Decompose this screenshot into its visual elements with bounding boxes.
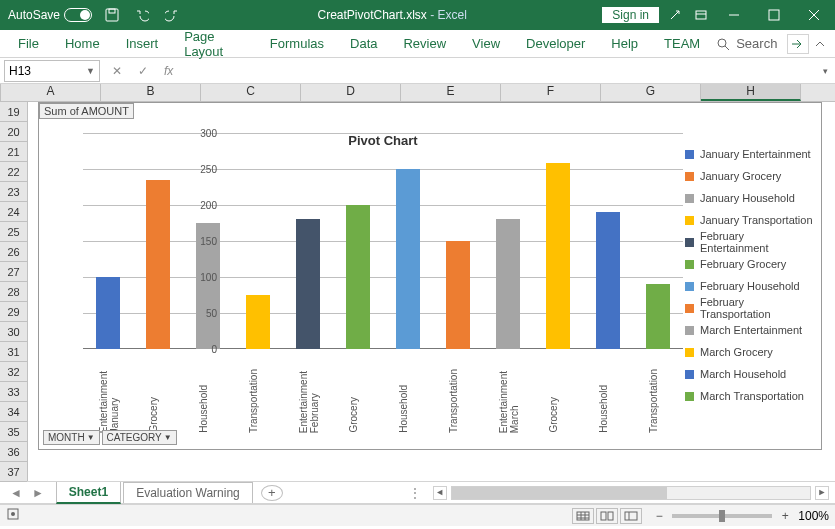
row-header[interactable]: 20 <box>0 122 27 142</box>
legend-item[interactable]: March Grocery <box>685 341 815 363</box>
save-icon[interactable] <box>102 5 122 25</box>
tab-formulas[interactable]: Formulas <box>258 32 336 55</box>
tab-developer[interactable]: Developer <box>514 32 597 55</box>
row-header[interactable]: 25 <box>0 222 27 242</box>
filter-category-button[interactable]: CATEGORY▼ <box>102 430 177 445</box>
autosave-toggle[interactable]: AutoSave <box>8 8 92 22</box>
add-sheet-button[interactable]: + <box>261 485 283 501</box>
minimize-button[interactable] <box>717 0 751 30</box>
coming-soon-icon[interactable] <box>665 5 685 25</box>
row-header[interactable]: 29 <box>0 302 27 322</box>
row-header[interactable]: 35 <box>0 422 27 442</box>
redo-icon[interactable] <box>162 5 182 25</box>
chart-bar[interactable] <box>396 169 420 349</box>
sheet-nav-next-icon[interactable]: ► <box>32 486 44 500</box>
chart-values-badge[interactable]: Sum of AMOUNT <box>39 103 134 119</box>
chart-bar[interactable] <box>496 219 520 349</box>
tab-file[interactable]: File <box>6 32 51 55</box>
close-button[interactable] <box>797 0 831 30</box>
chart-bar[interactable] <box>346 205 370 349</box>
tab-help[interactable]: Help <box>599 32 650 55</box>
chart-bar[interactable] <box>646 284 670 349</box>
column-header[interactable]: F <box>501 84 601 101</box>
column-header[interactable]: E <box>401 84 501 101</box>
legend-item[interactable]: March Transportation <box>685 385 815 407</box>
tab-view[interactable]: View <box>460 32 512 55</box>
column-header[interactable]: I <box>801 84 835 101</box>
zoom-in-button[interactable]: + <box>778 509 792 523</box>
share-button[interactable] <box>787 34 809 54</box>
view-page-break-icon[interactable] <box>620 508 642 524</box>
column-header[interactable]: D <box>301 84 401 101</box>
legend-item[interactable]: January Grocery <box>685 165 815 187</box>
scroll-thumb[interactable] <box>452 487 667 499</box>
column-header[interactable]: H <box>701 84 801 101</box>
chart-bar[interactable] <box>146 180 170 349</box>
record-macro-icon[interactable] <box>6 507 20 524</box>
column-header[interactable]: G <box>601 84 701 101</box>
column-header[interactable]: B <box>101 84 201 101</box>
row-header[interactable]: 22 <box>0 162 27 182</box>
cancel-formula-icon[interactable]: ✕ <box>112 64 122 78</box>
ribbon-display-icon[interactable] <box>691 5 711 25</box>
expand-formula-bar-icon[interactable]: ▾ <box>815 66 835 76</box>
sheet-tab-sheet1[interactable]: Sheet1 <box>56 481 121 504</box>
legend-item[interactable]: March Entertainment <box>685 319 815 341</box>
row-header[interactable]: 31 <box>0 342 27 362</box>
tab-team[interactable]: TEAM <box>652 32 712 55</box>
tab-home[interactable]: Home <box>53 32 112 55</box>
sheet-splitter[interactable]: ⋮ <box>403 486 427 500</box>
row-header[interactable]: 23 <box>0 182 27 202</box>
signin-button[interactable]: Sign in <box>602 7 659 23</box>
tab-review[interactable]: Review <box>391 32 458 55</box>
name-box-input[interactable] <box>9 64 69 78</box>
legend-item[interactable]: February Grocery <box>685 253 815 275</box>
row-header[interactable]: 36 <box>0 442 27 462</box>
chart-bar[interactable] <box>96 277 120 349</box>
collapse-ribbon-icon[interactable] <box>811 34 829 54</box>
search-box[interactable]: Search <box>716 36 777 51</box>
row-header[interactable]: 30 <box>0 322 27 342</box>
tab-data[interactable]: Data <box>338 32 389 55</box>
legend-item[interactable]: February Entertainment <box>685 231 815 253</box>
cells-area[interactable]: Sum of AMOUNT Pivot Chart EntertainmentJ… <box>28 102 835 481</box>
horizontal-scrollbar[interactable]: ◄ ► <box>427 486 835 500</box>
zoom-level[interactable]: 100% <box>798 509 829 523</box>
legend-item[interactable]: February Transportation <box>685 297 815 319</box>
view-page-layout-icon[interactable] <box>596 508 618 524</box>
chart-bar[interactable] <box>596 212 620 349</box>
maximize-button[interactable] <box>757 0 791 30</box>
column-header[interactable]: A <box>1 84 101 101</box>
zoom-slider[interactable] <box>672 514 772 518</box>
legend-item[interactable]: January Entertainment <box>685 143 815 165</box>
chart-bar[interactable] <box>546 163 570 349</box>
legend-item[interactable]: January Household <box>685 187 815 209</box>
pivot-chart-object[interactable]: Sum of AMOUNT Pivot Chart EntertainmentJ… <box>38 102 822 450</box>
tab-insert[interactable]: Insert <box>114 32 171 55</box>
legend-item[interactable]: January Transportation <box>685 209 815 231</box>
row-header[interactable]: 33 <box>0 382 27 402</box>
legend-item[interactable]: February Household <box>685 275 815 297</box>
chevron-down-icon[interactable]: ▼ <box>86 66 95 76</box>
sheet-tab-evaluation-warning[interactable]: Evaluation Warning <box>123 482 253 503</box>
filter-month-button[interactable]: MONTH▼ <box>43 430 100 445</box>
row-header[interactable]: 37 <box>0 462 27 482</box>
chart-bar[interactable] <box>296 219 320 349</box>
row-header[interactable]: 24 <box>0 202 27 222</box>
name-box[interactable]: ▼ <box>4 60 100 82</box>
scroll-right-icon[interactable]: ► <box>815 486 829 500</box>
undo-icon[interactable] <box>132 5 152 25</box>
row-header[interactable]: 32 <box>0 362 27 382</box>
scroll-left-icon[interactable]: ◄ <box>433 486 447 500</box>
chart-bar[interactable] <box>446 241 470 349</box>
chart-bar[interactable] <box>246 295 270 349</box>
sheet-nav-prev-icon[interactable]: ◄ <box>10 486 22 500</box>
fx-icon[interactable]: fx <box>164 64 173 78</box>
enter-formula-icon[interactable]: ✓ <box>138 64 148 78</box>
formula-input[interactable] <box>185 60 815 82</box>
view-normal-icon[interactable] <box>572 508 594 524</box>
zoom-out-button[interactable]: − <box>652 509 666 523</box>
row-header[interactable]: 27 <box>0 262 27 282</box>
column-header[interactable]: C <box>201 84 301 101</box>
row-header[interactable]: 34 <box>0 402 27 422</box>
